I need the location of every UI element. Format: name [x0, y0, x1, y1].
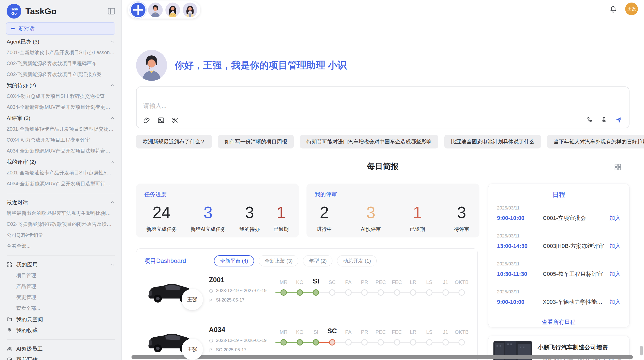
- greeting-text: 你好，王强，我是你的项目管理助理 小识: [175, 59, 347, 72]
- list-item[interactable]: C0X4-动力总成开发项目SI里程碑提交物检查: [7, 91, 115, 102]
- milestone-timeline: MR KO SI SC PA PR PEC FEC LR LS J1 OKTB: [275, 276, 470, 316]
- list-item[interactable]: A034-全新新能源MUV产品开发项目法规符合性评审: [7, 145, 115, 156]
- list-item[interactable]: 公司Q3轻卡销量: [7, 230, 115, 241]
- list-item[interactable]: C0X4-动力总成开发项目工程变更评审: [7, 134, 115, 145]
- add-agent-button[interactable]: [131, 3, 145, 17]
- milestone-dot: [329, 289, 335, 296]
- list-item[interactable]: C02-飞腾新能源轻客改款项目里程碑画布: [7, 58, 115, 69]
- agent-avatar-1[interactable]: [148, 3, 163, 17]
- new-chat-button[interactable]: 新对话: [6, 22, 115, 35]
- schedule-date: 2025/03/11: [497, 233, 621, 239]
- frame-wave-icon: [7, 357, 12, 360]
- section-my-todo[interactable]: 我的待办 (2): [7, 80, 115, 91]
- view-all-apps[interactable]: 查看全部...: [7, 303, 115, 314]
- scissors-icon[interactable]: [172, 117, 179, 124]
- milestone-dot: [442, 289, 449, 296]
- sidebar-item-write-helper[interactable]: 帮我写作: [7, 354, 115, 360]
- suggestion-chip[interactable]: 如何写一份清晰的项目周报: [218, 135, 294, 148]
- user-avatar[interactable]: 王强: [625, 3, 638, 15]
- sidebar-item-project-mgmt[interactable]: 项目管理: [7, 270, 115, 281]
- tab-year-model[interactable]: 年型 (2): [303, 255, 332, 266]
- vertical-scrollbar[interactable]: [640, 346, 643, 355]
- list-item[interactable]: A034-全新新能源MUV产品开发项目计划变更表编写: [7, 102, 115, 113]
- suggestion-chip[interactable]: 特朗普可能对进口汽车增税会对中国车企造成哪些影响: [300, 135, 438, 148]
- project-flag: SC-2025-05-17: [216, 347, 246, 353]
- milestone-dot: [297, 339, 303, 346]
- phone-icon[interactable]: [586, 116, 593, 124]
- agent-avatar-3[interactable]: [183, 3, 197, 17]
- agent-avatar-2[interactable]: [165, 3, 180, 17]
- section-agent-done[interactable]: Agent已办 (3): [7, 36, 115, 47]
- milestone-dot: [394, 339, 400, 346]
- list-item[interactable]: C02-飞腾新能源轻客改款项目的闭环通告反馈情况: [7, 219, 115, 230]
- join-meeting-link[interactable]: 加入: [609, 298, 621, 306]
- section-ai-review[interactable]: AI评审 (3): [7, 113, 115, 124]
- chevron-up-icon: [110, 116, 115, 121]
- sidebar-list: Agent已办 (3) Z001-全新燃油皮卡产品开发项目SI节点Lesson …: [7, 36, 115, 360]
- sidebar-item-cloud-space[interactable]: 我的云空间: [7, 314, 115, 325]
- list-item[interactable]: Z001-全新燃油皮卡产品开发项目SI节点Lesson Learn报告: [7, 47, 115, 58]
- sidebar-item-my-apps[interactable]: 我的应用: [7, 259, 115, 270]
- project-owner-badge: 王强: [182, 339, 203, 360]
- suggestion-chip[interactable]: 当下年轻人对汽车外观有怎样的喜好趋势: [547, 135, 644, 148]
- tab-new-body[interactable]: 全新上装 (3): [259, 255, 298, 266]
- suggestion-chip[interactable]: 比亚迪全固态电池计划具体说了什么: [444, 135, 541, 148]
- attach-icon[interactable]: [143, 117, 150, 124]
- milestone-dot: [361, 339, 368, 346]
- project-code: Z001: [209, 276, 275, 284]
- main-area: 王强 你好，王强，我是你的项目管理助理 小识: [122, 0, 644, 360]
- chat-input[interactable]: [143, 102, 622, 117]
- schedule-time: 9:00-10:00: [497, 299, 543, 305]
- schedule-title: 日程: [497, 190, 621, 199]
- schedule-time: 13:00-14:30: [497, 243, 543, 249]
- project-code: A034: [209, 326, 275, 334]
- project-row-z001[interactable]: 王强 Z001 2023-12-19 ~ 2027-01-19 SI-2025-…: [144, 276, 470, 316]
- send-icon[interactable]: [615, 116, 622, 124]
- medal-icon: [7, 327, 12, 333]
- sidebar-item-ai-staff[interactable]: AI超级员工: [7, 343, 115, 354]
- chevron-up-icon: [110, 83, 115, 88]
- tab-new-platform[interactable]: 全新平台 (4): [214, 255, 254, 266]
- sidebar-item-favorites[interactable]: 我的收藏: [7, 325, 115, 336]
- milestone-dot: [297, 289, 303, 296]
- section-recent-chats[interactable]: 最近对话: [7, 197, 115, 208]
- chat-input-card: [136, 86, 630, 128]
- milestone-dot: [377, 289, 384, 296]
- input-tools-right: [586, 116, 622, 124]
- tab-powertrain[interactable]: 动总开发 (1): [337, 255, 377, 266]
- sidebar-collapse-icon[interactable]: [107, 7, 116, 16]
- list-item[interactable]: 解释最新出台的欧盟报废车法规再生塑料比例被调至15%...: [7, 208, 115, 219]
- project-row-a034[interactable]: 王强 A034 2023-12-19 ~ 2026-01-19 SC-2025-…: [144, 325, 470, 360]
- schedule-name: C001-立项审批会: [543, 214, 605, 222]
- sidebar-item-product-mgmt[interactable]: 产品管理: [7, 281, 115, 292]
- view-all-schedule-link[interactable]: 查看所有日程: [497, 312, 621, 332]
- stat-review-overdue: 1 已逾期: [410, 204, 425, 233]
- suggestion-chip[interactable]: 欧洲新规最近颁布了什么？: [136, 135, 212, 148]
- sidebar-item-change-mgmt[interactable]: 变更管理: [7, 292, 115, 303]
- milestone-dot-overdue: [329, 339, 335, 346]
- layout-grid-icon[interactable]: [614, 163, 622, 171]
- list-item[interactable]: Z001-全新燃油轻卡产品开发项目SI造型提交物评审: [7, 124, 115, 134]
- schedule-item: 2025/03/11 9:00-10:00 X003-车辆动力学性能验... 加…: [497, 284, 621, 312]
- horizontal-scrollbar[interactable]: [131, 355, 633, 359]
- stat-pending-review: 3 待评审: [454, 204, 469, 233]
- notifications-bell-icon[interactable]: [609, 6, 617, 13]
- milestone-dot: [361, 289, 368, 296]
- project-info: Z001 2023-12-19 ~ 2027-01-19 SI-2025-05-…: [209, 276, 275, 316]
- milestone-dot: [426, 339, 432, 346]
- list-item[interactable]: A034-全新新能源MUV产品开发项目造型可行性评审: [7, 178, 115, 189]
- project-image: 王强: [144, 325, 209, 360]
- microphone-icon[interactable]: [601, 116, 608, 124]
- milestone-dot: [410, 339, 416, 346]
- join-meeting-link[interactable]: 加入: [609, 214, 621, 222]
- list-item[interactable]: Z001-全新燃油轻卡产品开发项目SI节点属性5D文件评审: [7, 167, 115, 178]
- list-item[interactable]: C02-飞腾新能源轻客改款项目立项汇报方案: [7, 69, 115, 80]
- task-progress-card: 任务进度 24 新增完成任务 3 新增AI完成任务 3 我的待办 1 已逾期: [136, 184, 299, 237]
- image-icon[interactable]: [157, 117, 165, 124]
- section-my-review[interactable]: 我的评审 (2): [7, 156, 115, 167]
- view-all-chats[interactable]: 查看全部...: [7, 241, 115, 251]
- chevron-up-icon: [110, 200, 115, 205]
- join-meeting-link[interactable]: 加入: [609, 270, 621, 278]
- chevron-up-icon: [110, 262, 115, 267]
- join-meeting-link[interactable]: 加入: [609, 242, 621, 250]
